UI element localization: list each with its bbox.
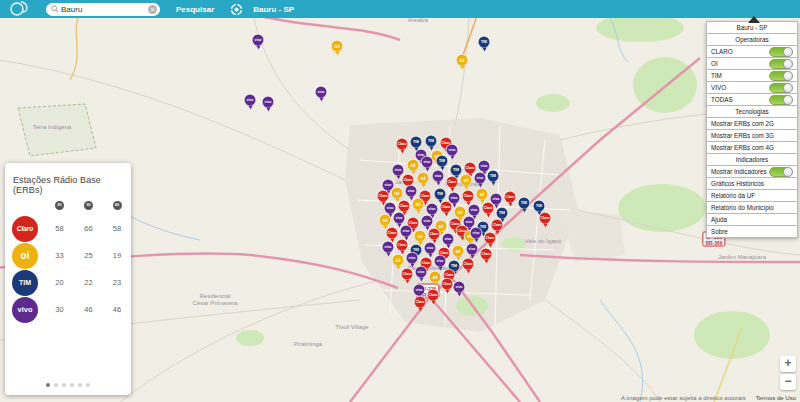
terms-of-use-link[interactable]: Termos de Uso: [756, 395, 796, 401]
zoom-in-button[interactable]: +: [780, 356, 796, 372]
erb-marker-vivo[interactable]: vivo: [467, 244, 478, 255]
menu-item-label: VIVO: [711, 84, 726, 91]
erb-marker-claro[interactable]: Claro: [483, 203, 494, 214]
erb-marker-claro[interactable]: Claro: [399, 201, 410, 212]
erb-marker-tim[interactable]: TIM: [437, 156, 448, 167]
search-input[interactable]: [61, 5, 148, 14]
zoom-out-button[interactable]: −: [780, 374, 796, 390]
erb-marker-vivo[interactable]: vivo: [422, 157, 433, 168]
menu-item-label: Ajuda: [711, 216, 727, 223]
erb-marker-vivo[interactable]: vivo: [454, 282, 465, 293]
pagination-dot-2[interactable]: [54, 383, 58, 387]
erb-marker-vivo[interactable]: vivo: [383, 242, 394, 253]
claro-logo: Claro: [12, 216, 38, 242]
erb-marker-tim[interactable]: TIM: [435, 189, 446, 200]
erb-marker-vivo[interactable]: vivo: [443, 234, 454, 245]
erb-marker-oi[interactable]: oi: [392, 188, 403, 199]
erb-marker-claro[interactable]: Claro: [387, 228, 398, 239]
copyright-text: A imagem pode estar sujeita a direitos a…: [621, 395, 746, 401]
pagination-dot-1[interactable]: [46, 383, 50, 387]
erb-marker-vivo[interactable]: vivo: [263, 97, 274, 108]
erb-marker-vivo[interactable]: vivo: [406, 186, 417, 197]
erb-marker-vivo[interactable]: vivo: [316, 87, 327, 98]
toggle-claro[interactable]: [769, 47, 793, 57]
erb-marker-oi[interactable]: oi: [430, 272, 441, 283]
toggle-oi[interactable]: [769, 59, 793, 69]
toggle-knob: [783, 59, 793, 69]
erb-marker-vivo[interactable]: vivo: [245, 95, 256, 106]
marker-tail: [495, 230, 499, 234]
pagination-dot-6[interactable]: [86, 383, 90, 387]
erb-marker-claro[interactable]: Claro: [415, 297, 426, 308]
search-box[interactable]: ×: [46, 3, 160, 16]
erb-marker-claro[interactable]: Claro: [403, 175, 414, 186]
clear-search-icon[interactable]: ×: [148, 5, 157, 14]
erb-marker-tim[interactable]: TIM: [488, 171, 499, 182]
erb-marker-vivo[interactable]: vivo: [427, 204, 438, 215]
erb-marker-claro[interactable]: Claro: [441, 202, 452, 213]
menu-item-label: Mostrar ERBs com 3G: [711, 132, 774, 139]
erb-marker-vivo[interactable]: vivo: [475, 173, 486, 184]
toggle-mostrar-indicadores[interactable]: [769, 167, 793, 177]
erb-marker-claro[interactable]: Claro: [505, 192, 516, 203]
toggle-todas[interactable]: [769, 95, 793, 105]
erb-marker-tim[interactable]: TIM: [411, 137, 422, 148]
map-label-terra-indigena: Terra Indígena: [33, 124, 72, 130]
erb-marker-vivo[interactable]: vivo: [422, 216, 433, 227]
toggle-tim[interactable]: [769, 71, 793, 81]
erb-marker-claro[interactable]: Claro: [540, 213, 551, 224]
pagination-dot-4[interactable]: [70, 383, 74, 387]
erb-marker-vivo[interactable]: vivo: [401, 226, 412, 237]
erb-marker-vivo[interactable]: vivo: [471, 228, 482, 239]
erb-marker-tim[interactable]: TIM: [479, 37, 490, 48]
erb-marker-vivo[interactable]: vivo: [416, 267, 427, 278]
erb-marker-oi[interactable]: oi: [477, 189, 488, 200]
erb-marker-vivo[interactable]: vivo: [253, 35, 264, 46]
erb-marker-tim[interactable]: TIM: [534, 201, 545, 212]
erb-marker-vivo[interactable]: vivo: [435, 256, 446, 267]
marker-tail: [396, 265, 400, 269]
erb-marker-oi[interactable]: oi: [453, 246, 464, 257]
erb-marker-oi[interactable]: oi: [457, 55, 468, 66]
erb-marker-claro[interactable]: Claro: [428, 290, 439, 301]
marker-tail: [445, 289, 449, 293]
locate-button[interactable]: [230, 3, 243, 16]
pagination-dot-3[interactable]: [62, 383, 66, 387]
erb-marker-claro[interactable]: Claro: [402, 269, 413, 280]
erb-marker-claro[interactable]: Claro: [429, 229, 440, 240]
erb-marker-oi[interactable]: oi: [461, 175, 472, 186]
erb-marker-oi[interactable]: oi: [380, 215, 391, 226]
erb-marker-claro[interactable]: Claro: [481, 249, 492, 260]
erb-marker-vivo[interactable]: vivo: [407, 253, 418, 264]
erb-marker-vivo[interactable]: vivo: [469, 205, 480, 216]
erb-marker-vivo[interactable]: vivo: [425, 243, 436, 254]
erb-marker-claro[interactable]: Claro: [397, 139, 408, 150]
erb-marker-claro[interactable]: Claro: [447, 177, 458, 188]
erb-marker-claro[interactable]: Claro: [378, 191, 389, 202]
erb-marker-claro[interactable]: Claro: [397, 240, 408, 251]
erb-marker-claro[interactable]: Claro: [442, 279, 453, 290]
erb-marker-vivo[interactable]: vivo: [394, 213, 405, 224]
erb-marker-oi[interactable]: oi: [332, 41, 343, 52]
erb-marker-tim[interactable]: TIM: [426, 136, 437, 147]
erb-marker-oi[interactable]: oi: [408, 160, 419, 171]
erb-marker-vivo[interactable]: vivo: [414, 285, 425, 296]
erb-marker-oi[interactable]: oi: [413, 199, 424, 210]
erb-marker-tim[interactable]: TIM: [497, 208, 508, 219]
pagination-dot-5[interactable]: [78, 383, 82, 387]
erb-marker-oi[interactable]: oi: [415, 231, 426, 242]
erb-marker-oi[interactable]: oi: [393, 255, 404, 266]
erb-marker-claro[interactable]: Claro: [492, 220, 503, 231]
search-button[interactable]: Pesquisar: [176, 5, 214, 14]
erb-marker-oi[interactable]: oi: [418, 173, 429, 184]
toggle-vivo[interactable]: [769, 83, 793, 93]
erb-marker-claro[interactable]: Claro: [463, 259, 474, 270]
erb-marker-claro[interactable]: Claro: [485, 233, 496, 244]
marker-tail: [411, 170, 415, 174]
erb-marker-claro[interactable]: Claro: [463, 191, 474, 202]
claro-3g-count: 66: [74, 224, 103, 233]
erb-marker-tim[interactable]: TIM: [519, 198, 530, 209]
erb-marker-vivo[interactable]: vivo: [433, 171, 444, 182]
erb-marker-vivo[interactable]: vivo: [447, 145, 458, 156]
menu-item-sobre[interactable]: Sobre: [706, 225, 798, 238]
